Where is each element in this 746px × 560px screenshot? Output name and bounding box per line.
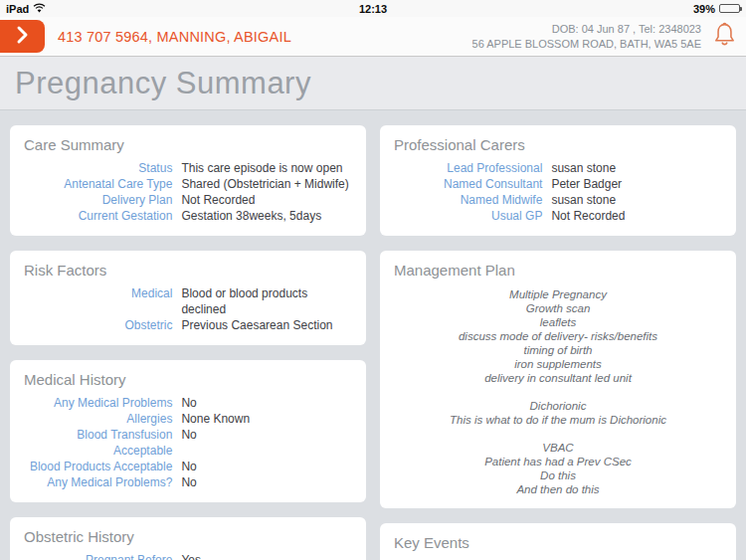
header-bar: 413 707 5964, MANNING, ABIGAIL DOB: 04 J… <box>0 17 746 57</box>
summary-content: Care Summary Status This care episode is… <box>0 110 746 560</box>
field-label[interactable]: Blood Transfusion Acceptable <box>24 427 181 459</box>
plan-line: Patient has had a Prev CSec <box>394 455 722 468</box>
obstetric-history-card: Obstetric History Pregnant Before Yes 20… <box>10 517 366 560</box>
field-value: Peter Badger <box>551 176 722 192</box>
card-title: Risk Factors <box>24 262 352 279</box>
field-label[interactable]: Usual GP <box>394 208 551 224</box>
plan-line: And then do this <box>394 482 722 496</box>
field-value: Gestation 38weeks, 5days <box>181 208 352 224</box>
field-value: Shared (Obstetrician + Midwife) <box>181 176 352 192</box>
field-label[interactable]: Any Medical Problems <box>24 395 181 411</box>
field-value: No <box>181 459 352 474</box>
battery-percent: 39% <box>693 3 715 15</box>
field-value: Previous Caesarean Section <box>181 317 352 333</box>
plan-line: timing of birth <box>394 343 722 357</box>
plan-line: Multiple Pregnancy <box>394 287 722 301</box>
field-label[interactable]: Allergies <box>24 411 181 427</box>
title-band: Pregnancy Summary <box>0 57 746 110</box>
forward-nav-button[interactable] <box>0 20 45 53</box>
field-label[interactable]: Antenatal Care Type <box>24 176 181 192</box>
plan-line: This is what to do if the mum is Dichori… <box>394 413 722 427</box>
plan-line: Dichorionic <box>394 399 722 413</box>
field-label[interactable]: Named Midwife <box>394 192 551 208</box>
carer-row-named-midwife: Named Midwife susan stone <box>394 192 722 208</box>
field-value: No <box>181 395 352 411</box>
key-events-card: Key Events Did Not Attend 15 June 2013 a… <box>380 523 736 560</box>
carer-row-lead-professional: Lead Professional susan stone <box>394 160 722 176</box>
medical-history-row: Any Medical Problems No <box>24 395 352 411</box>
status-time: 12:13 <box>0 3 746 15</box>
field-value: No <box>181 427 352 459</box>
plan-line: discuss mode of delivery- risks/benefits <box>394 329 722 343</box>
card-title: Medical History <box>24 371 352 388</box>
medical-history-row: Any Medical Problems? No <box>24 474 352 490</box>
medical-history-card: Medical History Any Medical Problems No … <box>10 360 366 502</box>
risk-row-obstetric: Obstetric Previous Caesarean Section <box>24 317 352 333</box>
card-title: Care Summary <box>24 136 352 153</box>
management-plan-text: Multiple Pregnancy Growth scan leaflets … <box>394 287 722 496</box>
field-label[interactable]: Obstetric <box>24 317 181 333</box>
right-column: Professional Carers Lead Professional su… <box>380 125 736 560</box>
care-summary-card: Care Summary Status This care episode is… <box>10 125 366 236</box>
risk-factors-card: Risk Factors Medical Blood or blood prod… <box>10 251 366 345</box>
field-label[interactable]: Current Gestation <box>24 208 181 224</box>
page-title: Pregnancy Summary <box>15 66 311 101</box>
plan-line: VBAC <box>394 441 722 455</box>
care-summary-row-gestation: Current Gestation Gestation 38weeks, 5da… <box>24 208 352 224</box>
card-title: Key Events <box>394 534 722 551</box>
field-label[interactable]: Blood Products Acceptable <box>24 459 181 474</box>
plan-line: Do this <box>394 468 722 482</box>
notifications-button[interactable] <box>711 20 738 53</box>
field-label[interactable]: Medical <box>24 285 181 317</box>
field-label[interactable]: Delivery Plan <box>24 192 181 208</box>
medical-history-row: Allergies None Known <box>24 411 352 427</box>
care-summary-row-status: Status This care episode is now open <box>24 160 352 176</box>
management-plan-card: Management Plan Multiple Pregnancy Growt… <box>380 251 736 508</box>
patient-dob-tel: DOB: 04 Jun 87 , Tel: 2348023 <box>472 22 701 37</box>
field-label[interactable]: Status <box>24 160 181 176</box>
carer-row-named-consultant: Named Consultant Peter Badger <box>394 176 722 192</box>
plan-line <box>394 385 722 399</box>
field-value: Blood or blood products declined <box>181 285 352 317</box>
field-label[interactable]: Pregnant Before <box>24 552 181 560</box>
plan-line <box>394 427 722 441</box>
field-value: Not Recorded <box>181 192 352 208</box>
field-value: This care episode is now open <box>181 160 352 176</box>
field-label[interactable]: Lead Professional <box>394 160 551 176</box>
field-value: Yes <box>181 552 352 560</box>
plan-line: delivery in consultant led unit <box>394 371 722 385</box>
obstetric-row-pregnant-before: Pregnant Before Yes <box>24 552 352 560</box>
risk-row-medical: Medical Blood or blood products declined <box>24 285 352 317</box>
status-bar: 12:13 iPad 39% <box>0 0 746 17</box>
card-title: Obstetric History <box>24 528 352 545</box>
field-value: No <box>181 474 352 490</box>
carer-row-usual-gp: Usual GP Not Recorded <box>394 208 722 224</box>
plan-line: Growth scan <box>394 301 722 315</box>
chevron-right-icon <box>16 25 29 48</box>
left-column: Care Summary Status This care episode is… <box>10 125 366 560</box>
field-value: None Known <box>181 411 352 427</box>
plan-line: iron supplements <box>394 357 722 371</box>
care-summary-row-antenatal-type: Antenatal Care Type Shared (Obstetrician… <box>24 176 352 192</box>
field-label[interactable]: Any Medical Problems? <box>24 474 181 490</box>
card-title: Professional Carers <box>394 136 722 153</box>
medical-history-row: Blood Transfusion Acceptable No <box>24 427 352 459</box>
battery-icon <box>719 4 740 13</box>
bell-icon <box>711 20 738 53</box>
field-value: susan stone <box>551 160 722 176</box>
field-value: Not Recorded <box>551 208 722 224</box>
card-title: Management Plan <box>394 262 722 279</box>
plan-line: leaflets <box>394 315 722 329</box>
patient-contact-block: DOB: 04 Jun 87 , Tel: 2348023 56 APPLE B… <box>472 22 701 52</box>
medical-history-row: Blood Products Acceptable No <box>24 459 352 474</box>
care-summary-row-delivery-plan: Delivery Plan Not Recorded <box>24 192 352 208</box>
patient-banner[interactable]: 413 707 5964, MANNING, ABIGAIL <box>58 29 291 45</box>
field-label[interactable]: Named Consultant <box>394 176 551 192</box>
patient-address: 56 APPLE BLOSSOM ROAD, BATH, WA5 5AE <box>472 37 701 52</box>
professional-carers-card: Professional Carers Lead Professional su… <box>380 125 736 236</box>
field-value: susan stone <box>551 192 722 208</box>
